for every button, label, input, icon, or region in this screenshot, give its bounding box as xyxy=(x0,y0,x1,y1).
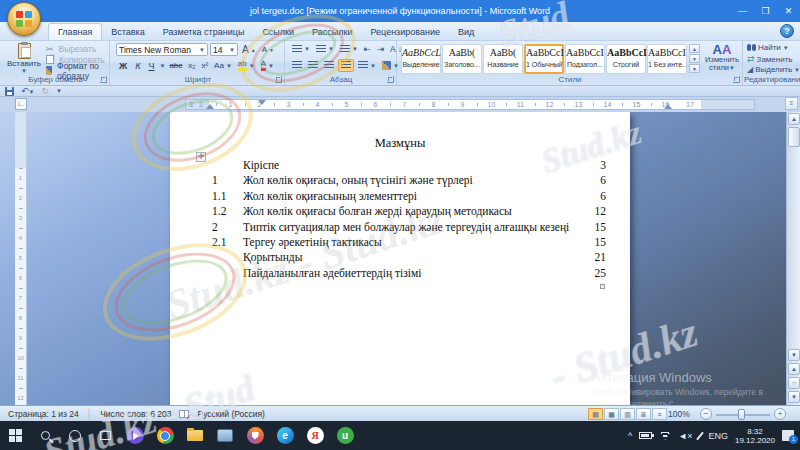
close-button[interactable]: ✕ xyxy=(777,0,800,22)
next-page-button[interactable]: ▼ xyxy=(788,391,800,403)
cortana-button[interactable] xyxy=(62,423,88,449)
zoom-level[interactable]: 100% xyxy=(668,409,690,419)
zoom-in-icon[interactable]: + xyxy=(774,408,786,420)
hidden-icons-chevron[interactable]: ^ xyxy=(628,431,632,441)
language-indicator[interactable]: Русский (Россия) xyxy=(197,409,264,419)
zoom-slider-thumb[interactable] xyxy=(738,409,745,420)
ribbon-tab[interactable]: Разметка страницы xyxy=(154,24,254,40)
scroll-up-icon[interactable]: ▲ xyxy=(788,113,800,125)
ribbon-tab[interactable]: Рассылки xyxy=(303,24,361,40)
style-chip[interactable]: AaBbCcI 1 Без инте... xyxy=(647,44,687,74)
full-screen-reading-button[interactable]: ▦ xyxy=(604,408,619,420)
style-chip[interactable]: AaBbCcL Выделение xyxy=(401,44,441,74)
cut-button[interactable]: ✂ Вырезать xyxy=(46,43,98,54)
outline-view-button[interactable]: ≣ xyxy=(636,408,651,420)
underline-chevron-icon[interactable]: ▼ xyxy=(159,63,165,69)
underline-button[interactable]: Ч xyxy=(145,61,157,71)
tab-stop-selector[interactable]: ∟ xyxy=(15,98,27,110)
notification-center-icon[interactable]: 1 xyxy=(782,430,794,441)
yandex-alice-button[interactable] xyxy=(122,423,148,449)
qat-customize-icon[interactable]: ▼ xyxy=(56,88,62,94)
italic-button[interactable]: К xyxy=(132,61,143,71)
maximize-button[interactable]: ❐ xyxy=(754,0,777,22)
align-right-button[interactable] xyxy=(322,60,336,71)
task-view-button[interactable] xyxy=(92,423,118,449)
align-center-button[interactable] xyxy=(306,60,320,71)
font-color-button[interactable]: A▼ xyxy=(259,59,276,72)
align-left-button[interactable] xyxy=(290,60,304,71)
previous-page-button[interactable]: ▲ xyxy=(788,363,800,375)
change-case-button[interactable]: Aa▼ xyxy=(212,60,234,71)
numbering-button[interactable]: ▼ xyxy=(314,44,336,55)
save-icon[interactable] xyxy=(5,87,14,96)
clock[interactable]: 8:32 19.12.2020 xyxy=(735,427,775,445)
gallery-more-icon[interactable]: ▼ xyxy=(689,64,700,73)
ribbon-tab[interactable]: Ссылки xyxy=(253,24,303,40)
paste-button[interactable]: Вставить ▼ xyxy=(6,43,42,76)
yandex-protect-button[interactable] xyxy=(242,423,268,449)
horizontal-ruler[interactable]: 321 12345678910111213141516 17 xyxy=(185,99,755,110)
font-name-combo[interactable]: Times New Roman▼ xyxy=(116,43,208,56)
draft-view-button[interactable]: ≡ xyxy=(652,408,667,420)
scroll-down-icon[interactable]: ▼ xyxy=(788,349,800,361)
table-move-handle[interactable]: ✛ xyxy=(196,152,206,162)
strikethrough-button[interactable]: abc xyxy=(167,60,184,71)
print-layout-view-button[interactable]: ▤ xyxy=(588,408,603,420)
style-chip[interactable]: AaBbCcI 1 Обычный xyxy=(524,44,564,74)
style-chip[interactable]: AaBbCcI Подзагол... xyxy=(565,44,605,74)
shrink-font-button[interactable]: А▼ xyxy=(260,44,276,55)
file-explorer-button[interactable] xyxy=(182,423,208,449)
page-indicator[interactable]: Страница: 1 из 24 xyxy=(8,409,79,419)
decrease-indent-button[interactable]: ⇤ xyxy=(362,43,373,55)
font-size-combo[interactable]: 14▼ xyxy=(210,43,238,56)
edge-button[interactable]: e xyxy=(272,423,298,449)
scrollbar-thumb[interactable] xyxy=(788,127,800,147)
ribbon-tab[interactable]: Главная xyxy=(48,23,102,40)
keyboard-language[interactable]: ENG xyxy=(708,431,728,441)
chrome-button[interactable] xyxy=(152,423,178,449)
subscript-button[interactable]: x₂ xyxy=(186,60,197,71)
yandex-browser-button[interactable]: Я xyxy=(302,423,328,449)
vertical-ruler[interactable]: 123456789101112 xyxy=(15,112,27,405)
pen-icon[interactable] xyxy=(696,431,704,440)
styles-dialog-launcher[interactable] xyxy=(733,76,740,83)
gallery-up-icon[interactable]: ▲ xyxy=(689,44,700,53)
select-button[interactable]: ◢ Выделить▼ xyxy=(747,65,800,74)
first-line-indent-marker[interactable] xyxy=(258,100,266,105)
clipboard-dialog-launcher[interactable] xyxy=(100,76,107,83)
select-browse-object-button[interactable]: ○ xyxy=(788,377,800,389)
undo-button[interactable]: ↶▼ xyxy=(21,86,35,96)
vertical-scrollbar[interactable]: ▲ ▼ ▲ ○ ▼ xyxy=(786,112,800,405)
document-page[interactable]: Мазмұны ✛ Кіріспе 3 1 Жол көлік оқиғасы,… xyxy=(170,112,630,405)
start-button[interactable] xyxy=(2,423,28,449)
font-dialog-launcher[interactable] xyxy=(275,76,282,83)
volume-muted-icon[interactable]: ◄× xyxy=(678,431,692,441)
help-icon[interactable]: ? xyxy=(780,24,794,38)
find-button[interactable]: Найти▼ xyxy=(747,43,789,52)
ribbon-tab[interactable]: Рецензирование xyxy=(361,24,449,40)
change-styles-button[interactable]: AA Изменить стили▼ xyxy=(703,43,741,76)
web-layout-button[interactable]: ▥ xyxy=(620,408,635,420)
ribbon-tab[interactable]: Вид xyxy=(449,24,483,40)
superscript-button[interactable]: x² xyxy=(199,60,210,71)
app-window-button[interactable] xyxy=(212,423,238,449)
style-chip[interactable]: AaBbCcI Строгий xyxy=(606,44,646,74)
paragraph-dialog-launcher[interactable] xyxy=(387,76,394,83)
justify-button[interactable] xyxy=(338,59,354,72)
bullets-button[interactable]: ▼ xyxy=(290,44,312,55)
gallery-down-icon[interactable]: ▼ xyxy=(689,54,700,63)
multilevel-list-button[interactable]: ▼ xyxy=(338,44,360,55)
office-button[interactable] xyxy=(7,2,41,36)
line-spacing-button[interactable]: ▼ xyxy=(356,60,378,71)
zoom-out-icon[interactable]: − xyxy=(700,408,712,420)
proofing-icon[interactable] xyxy=(179,410,189,418)
hanging-indent-marker[interactable] xyxy=(206,104,214,109)
highlight-button[interactable]: ab▼ xyxy=(236,59,257,72)
bold-button[interactable]: Ж xyxy=(116,61,130,71)
style-chip[interactable]: AaBb( Заголово... xyxy=(442,44,482,74)
minimize-button[interactable]: — xyxy=(731,0,754,22)
increase-indent-button[interactable]: ⇥ xyxy=(375,43,386,55)
right-indent-marker[interactable] xyxy=(664,104,672,109)
redo-icon[interactable]: ↻ xyxy=(42,86,50,96)
replace-button[interactable]: ⇄ Заменить xyxy=(747,54,793,64)
